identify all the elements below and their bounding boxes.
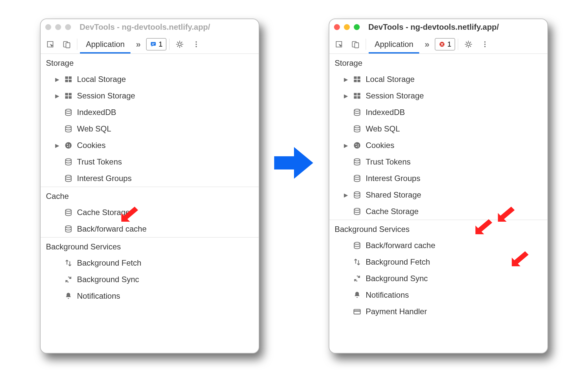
titlebar: DevTools - ng-devtools.netlify.app/	[329, 19, 547, 35]
close-icon[interactable]	[45, 24, 51, 30]
minimize-icon[interactable]	[344, 24, 350, 30]
tree-item[interactable]: Back/forward cache	[329, 237, 547, 254]
tree-item-label: Notifications	[77, 291, 120, 301]
updown-icon	[352, 257, 362, 267]
section-header[interactable]: Storage	[41, 54, 259, 71]
error-icon	[439, 41, 445, 48]
settings-gear-icon[interactable]	[172, 37, 187, 52]
tree-item[interactable]: Interest Groups	[329, 170, 547, 187]
section-header-label: Cache	[46, 192, 69, 201]
cookie-icon	[352, 141, 362, 150]
tree-item[interactable]: ▶Cookies	[329, 137, 547, 154]
db-icon	[64, 108, 73, 117]
panel-body: Storage▶Local Storage▶Session StorageInd…	[329, 54, 547, 353]
db-icon	[64, 157, 73, 167]
tree-item[interactable]: Web SQL	[41, 121, 259, 137]
tree-item[interactable]: IndexedDB	[41, 104, 259, 121]
section-header[interactable]: Background Services	[329, 220, 547, 237]
section-header[interactable]: Cache	[41, 187, 259, 204]
tree-item[interactable]: Notifications	[329, 287, 547, 303]
tree-item[interactable]: ▶Cookies	[41, 137, 259, 154]
tree-item[interactable]: Back/forward cache	[41, 221, 259, 237]
tree-item-label: Shared Storage	[366, 190, 421, 200]
divider	[458, 39, 458, 50]
more-tabs-icon[interactable]: »	[132, 39, 144, 50]
tree-item-label: Back/forward cache	[366, 241, 435, 250]
tree-item-label: Local Storage	[77, 75, 126, 84]
expand-triangle-icon[interactable]: ▶	[344, 192, 349, 198]
db-icon	[352, 207, 362, 216]
zoom-icon[interactable]	[65, 24, 71, 30]
tree-item[interactable]: ▶Session Storage	[41, 88, 259, 104]
tree-item-label: Background Sync	[366, 274, 428, 283]
divider	[169, 39, 169, 50]
console-errors-badge[interactable]: 1	[435, 38, 455, 51]
tree-item[interactable]: ▶Local Storage	[41, 71, 259, 88]
expand-triangle-icon[interactable]: ▶	[55, 93, 60, 99]
expand-triangle-icon[interactable]: ▶	[55, 76, 60, 83]
db-icon	[352, 108, 362, 117]
table-icon	[64, 75, 73, 84]
tree-item[interactable]: ▶Session Storage	[329, 88, 547, 104]
tree-item[interactable]: Notifications	[41, 288, 259, 304]
tree-item-label: Interest Groups	[366, 174, 420, 183]
tree-item-label: Web SQL	[77, 124, 111, 133]
inspect-element-icon[interactable]	[331, 37, 347, 52]
updown-icon	[64, 258, 73, 268]
traffic-lights	[45, 24, 71, 30]
toolbar: Application » 1	[329, 35, 547, 54]
tab-application[interactable]: Application	[369, 35, 419, 54]
db-icon	[64, 124, 73, 133]
tree-item[interactable]: Background Sync	[329, 270, 547, 287]
section-header[interactable]: Background Services	[41, 237, 259, 255]
tree-item[interactable]: Web SQL	[329, 121, 547, 137]
window-title: DevTools - ng-devtools.netlify.app/	[80, 22, 210, 32]
application-tree[interactable]: Storage▶Local Storage▶Session StorageInd…	[41, 54, 259, 353]
tab-application[interactable]: Application	[80, 35, 130, 54]
console-messages-badge[interactable]: 1	[146, 38, 166, 51]
expand-triangle-icon[interactable]: ▶	[344, 142, 349, 149]
expand-triangle-icon[interactable]: ▶	[55, 142, 60, 149]
expand-triangle-icon[interactable]: ▶	[344, 93, 349, 99]
minimize-icon[interactable]	[55, 24, 61, 30]
tab-label: Application	[375, 40, 413, 49]
tree-item[interactable]: Background Fetch	[329, 254, 547, 270]
bell-icon	[352, 290, 362, 300]
more-options-icon[interactable]	[477, 37, 493, 52]
application-tree[interactable]: Storage▶Local Storage▶Session StorageInd…	[329, 54, 547, 353]
close-icon[interactable]	[334, 24, 340, 30]
more-tabs-icon[interactable]: »	[421, 39, 433, 50]
tree-item[interactable]: ▶Shared Storage	[329, 187, 547, 203]
section-header-label: Storage	[46, 58, 74, 67]
tree-item[interactable]: Payment Handler	[329, 303, 547, 320]
tree-item-label: Session Storage	[77, 91, 135, 100]
tree-item[interactable]: ▶Local Storage	[329, 71, 547, 88]
zoom-icon[interactable]	[354, 24, 360, 30]
inspect-element-icon[interactable]	[43, 37, 58, 52]
tree-item[interactable]: Background Fetch	[41, 255, 259, 271]
device-toggle-icon[interactable]	[59, 37, 74, 52]
tree-item[interactable]: Background Sync	[41, 271, 259, 288]
tree-item[interactable]: Trust Tokens	[41, 154, 259, 170]
tree-item[interactable]: Trust Tokens	[329, 154, 547, 170]
bell-icon	[64, 291, 73, 301]
window-title: DevTools - ng-devtools.netlify.app/	[368, 22, 499, 32]
sync-icon	[64, 275, 73, 284]
traffic-lights	[334, 24, 360, 30]
more-options-icon[interactable]	[189, 37, 204, 52]
tree-item[interactable]: Cache Storage	[329, 203, 547, 220]
titlebar: DevTools - ng-devtools.netlify.app/	[41, 19, 259, 35]
tree-item[interactable]: Cache Storage	[41, 204, 259, 221]
db-icon	[352, 174, 362, 183]
device-toggle-icon[interactable]	[348, 37, 363, 52]
tree-item-label: IndexedDB	[366, 108, 405, 117]
tree-item-label: Web SQL	[366, 124, 400, 133]
settings-gear-icon[interactable]	[461, 37, 476, 52]
tree-item[interactable]: IndexedDB	[329, 104, 547, 121]
tree-item-label: Trust Tokens	[77, 157, 122, 167]
expand-triangle-icon[interactable]: ▶	[344, 76, 349, 83]
cookie-icon	[64, 141, 73, 150]
section-header[interactable]: Storage	[329, 54, 547, 71]
tree-item[interactable]: Interest Groups	[41, 170, 259, 187]
message-icon	[150, 41, 157, 48]
